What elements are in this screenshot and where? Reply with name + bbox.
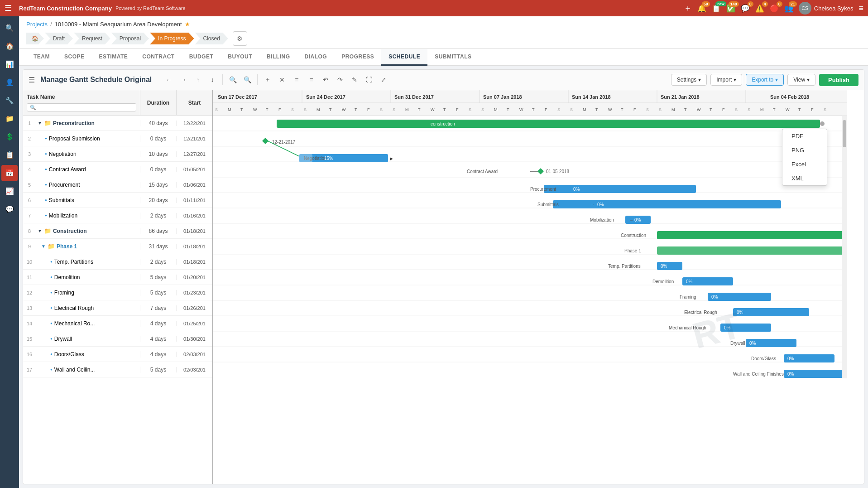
export-xml[interactable]: XML xyxy=(782,171,827,185)
sidebar-schedule[interactable]: 📅 xyxy=(1,165,18,181)
outdent-list[interactable]: ≡ xyxy=(305,73,317,86)
tab-budget[interactable]: BUDGET xyxy=(182,49,221,66)
redo[interactable]: ↷ xyxy=(334,73,346,86)
dot-icon: ● xyxy=(50,321,53,325)
expand-icon[interactable]: ▼ xyxy=(41,244,46,249)
task-label: Wall and Ceilin... xyxy=(54,367,95,373)
svg-text:Framing: Framing xyxy=(680,295,696,300)
import-button[interactable]: Import ▾ xyxy=(710,74,742,86)
zoom-out[interactable]: 🔍 xyxy=(241,73,254,86)
task-start: 01/18/201 xyxy=(176,259,212,265)
hamburger-menu[interactable]: ☰ xyxy=(5,3,12,13)
row-num: 8 xyxy=(23,228,36,234)
sidebar-chart[interactable]: 📊 xyxy=(1,56,18,72)
export-excel[interactable]: Excel xyxy=(782,157,827,171)
status-home[interactable]: 🏠 xyxy=(26,33,44,44)
tab-billing[interactable]: BILLING xyxy=(259,49,297,66)
tasks-icon[interactable]: ✅140 xyxy=(726,4,735,13)
task-search-input[interactable] xyxy=(27,103,136,111)
move-down[interactable]: ↓ xyxy=(206,73,219,86)
gantt-chart[interactable]: Sun 17 Dec 2017 Sun 24 Dec 2017 Sun 31 D… xyxy=(213,90,864,484)
status-request[interactable]: Request xyxy=(74,33,110,44)
svg-text:T: T xyxy=(240,107,243,112)
gantt-bar-procurement[interactable] xyxy=(544,185,696,193)
new-badge-icon[interactable]: 📋new xyxy=(712,4,721,13)
tab-dialog[interactable]: DIALOG xyxy=(297,49,334,66)
status-closed[interactable]: Closed xyxy=(195,33,228,44)
gantt-menu-icon[interactable]: ☰ xyxy=(29,76,35,84)
favorite-star[interactable]: ★ xyxy=(185,21,190,28)
status-proposal[interactable]: Proposal xyxy=(111,33,149,44)
sidebar-folder[interactable]: 📁 xyxy=(1,111,18,127)
messages-icon[interactable]: 💬0 xyxy=(741,4,750,13)
sidebar-team[interactable]: 👤 xyxy=(1,74,18,91)
project-name: 1010009 - Miami Seaquarium Area Developm… xyxy=(55,21,182,28)
tab-contract[interactable]: CONTRACT xyxy=(135,49,182,66)
gantt-bar-submittals[interactable] xyxy=(553,200,781,208)
sidebar-chat[interactable]: 💬 xyxy=(1,201,18,217)
team-icon[interactable]: 👥21 xyxy=(784,4,793,13)
projects-link[interactable]: Projects xyxy=(26,21,48,28)
expand-icon[interactable]: ▼ xyxy=(38,228,42,233)
row-num: 9 xyxy=(23,244,36,249)
svg-text:F: F xyxy=(367,107,370,112)
status-in-progress[interactable]: In Progress xyxy=(150,33,194,44)
task-duration: 4 days xyxy=(140,336,176,342)
top-bar-menu[interactable]: ≡ xyxy=(858,4,863,13)
sidebar-search[interactable]: 🔍 xyxy=(1,20,18,36)
add-task[interactable]: ＋ xyxy=(261,73,274,86)
user-area[interactable]: CS Chelsea Sykes xyxy=(799,2,854,14)
sidebar-dollar[interactable]: 💲 xyxy=(1,129,18,145)
delete-task[interactable]: ✕ xyxy=(276,73,288,86)
tab-buyout[interactable]: BUYOUT xyxy=(221,49,259,66)
view-button[interactable]: View ▾ xyxy=(787,74,815,86)
task-duration: 5 days xyxy=(140,367,176,373)
gantt-bar-construction[interactable] xyxy=(657,231,847,239)
sidebar-wrench[interactable]: 🔧 xyxy=(1,92,18,109)
toolbar-right: Settings ▾ Import ▾ Export to ▾ View ▾ P… xyxy=(671,74,858,86)
export-png[interactable]: PNG xyxy=(782,143,827,157)
undo-arrow-left[interactable]: ← xyxy=(163,73,175,86)
table-row: 15 ● Drywall 4 days 01/30/201 xyxy=(23,331,212,347)
svg-text:Doors/Glass: Doors/Glass xyxy=(751,356,776,361)
svg-text:W: W xyxy=(342,107,346,112)
minimize[interactable]: ⤢ xyxy=(377,73,390,86)
settings-button[interactable]: Settings ▾ xyxy=(671,74,707,86)
svg-text:Sun 07 Jan 2018: Sun 07 Jan 2018 xyxy=(483,94,522,100)
tab-estimate[interactable]: ESTIMATE xyxy=(92,49,135,66)
undo[interactable]: ↶ xyxy=(319,73,332,86)
settings-gear[interactable]: ⚙ xyxy=(233,31,247,46)
task-name-cell: ▼ 📁 Construction xyxy=(36,227,140,234)
svg-text:S: S xyxy=(557,107,560,112)
gantt-bar-phase1[interactable] xyxy=(657,246,847,255)
expand-icon[interactable]: ▼ xyxy=(38,121,42,126)
gantt-bar-preconstruction[interactable] xyxy=(277,120,820,128)
notification-bell[interactable]: 🔔59 xyxy=(697,4,706,13)
export-pdf[interactable]: PDF xyxy=(782,129,827,143)
status-draft[interactable]: Draft xyxy=(45,33,73,44)
task-name-cell: ▼ 📁 Preconstruction xyxy=(36,120,140,126)
indent-list[interactable]: ≡ xyxy=(290,73,303,86)
warnings-icon[interactable]: 🔴0 xyxy=(770,4,779,13)
tab-team[interactable]: TEAM xyxy=(26,49,57,66)
tab-progress[interactable]: PROGRESS xyxy=(334,49,381,66)
tab-submittals[interactable]: SUBMITTALS xyxy=(427,49,479,66)
highlight[interactable]: ✎ xyxy=(348,73,361,86)
sidebar-list[interactable]: 📋 xyxy=(1,147,18,163)
alerts-icon[interactable]: ⚠️4 xyxy=(755,4,764,13)
tab-scope[interactable]: SCOPE xyxy=(57,49,92,66)
svg-point-34 xyxy=(820,121,825,126)
sidebar-graph[interactable]: 📈 xyxy=(1,183,18,199)
export-to-button[interactable]: Export to ▾ xyxy=(746,74,784,86)
redo-arrow-right[interactable]: → xyxy=(177,73,190,86)
sidebar-home[interactable]: 🏠 xyxy=(1,38,18,54)
move-up[interactable]: ↑ xyxy=(192,73,204,86)
dot-icon: ● xyxy=(45,136,47,140)
publish-button[interactable]: Publish xyxy=(819,74,858,86)
add-icon[interactable]: ＋ xyxy=(684,3,692,14)
task-name-cell: ● Drywall xyxy=(36,336,140,342)
fullscreen[interactable]: ⛶ xyxy=(363,73,375,86)
zoom-in[interactable]: 🔍 xyxy=(226,73,239,86)
gantt-bar-electrical[interactable] xyxy=(733,308,809,316)
tab-schedule[interactable]: SCHEDULE xyxy=(381,49,427,66)
